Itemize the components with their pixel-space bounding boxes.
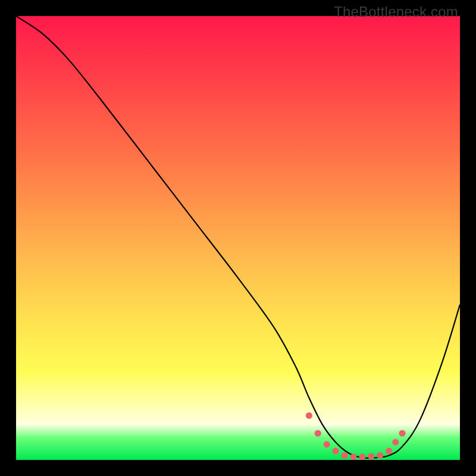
curve-line <box>16 16 460 458</box>
trough-dot <box>342 452 348 459</box>
chart-svg <box>16 16 460 460</box>
trough-dot <box>359 453 365 460</box>
trough-markers <box>306 412 406 460</box>
trough-dot <box>392 439 399 446</box>
plot-area <box>16 16 460 460</box>
trough-dot <box>333 448 339 455</box>
trough-dot <box>306 412 312 419</box>
trough-dot <box>324 441 330 447</box>
trough-dot <box>386 448 392 455</box>
watermark-text: TheBottleneck.com <box>334 4 458 20</box>
trough-dot <box>368 453 374 460</box>
trough-dot <box>315 430 321 437</box>
trough-dot <box>350 453 356 460</box>
trough-dot <box>377 452 383 459</box>
trough-dot <box>399 430 406 437</box>
